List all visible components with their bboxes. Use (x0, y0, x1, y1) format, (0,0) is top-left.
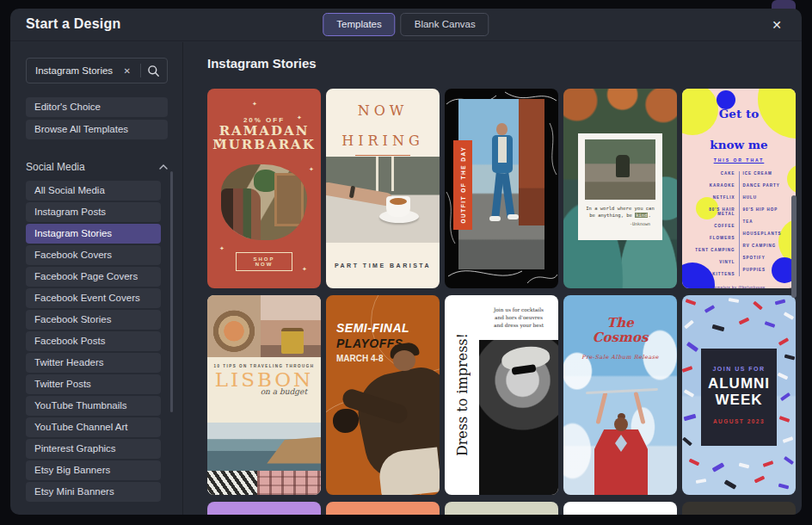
title-band: 10 TIPS ON TRAVELING THROUGH LISBON on a… (207, 357, 321, 423)
card-subtitle: THIS OR THAT (682, 158, 796, 163)
template-credit: Template by @befunkyapp (682, 285, 796, 288)
figure-head-art (614, 417, 628, 431)
sidebar-item-pinterest-graphics[interactable]: Pinterest Graphics (26, 439, 161, 459)
template-card-partial[interactable] (445, 502, 558, 515)
sidebar-item-browse-all-templates[interactable]: Browse All Templates (26, 120, 168, 139)
clothes-rack-art (221, 188, 261, 240)
sidebar-item-facebook-covers[interactable]: Facebook Covers (26, 245, 161, 265)
sparkle-icon: ✦ (218, 137, 223, 144)
template-card-lisbon-travel[interactable]: 10 TIPS ON TRAVELING THROUGH LISBON on a… (207, 295, 321, 495)
page-title: Instagram Stories (207, 56, 317, 71)
tab-blank-canvas[interactable]: Blank Canvas (401, 13, 489, 36)
flute-art (586, 388, 658, 394)
search-input[interactable] (35, 65, 120, 76)
sidebar-scrollbar[interactable] (170, 171, 173, 412)
sidebar-item-youtube-thumbnails[interactable]: YouTube Thumbnails (26, 396, 161, 416)
sidebar-item-all-social-media[interactable]: All Social Media (26, 181, 161, 201)
template-card-partial[interactable] (326, 502, 440, 515)
mosaic-pavement-art (207, 471, 257, 495)
tram-art (281, 328, 304, 354)
card-title-line1: Get to (682, 108, 796, 120)
center-panel: JOIN US FOR ALUMNI WEEK AUGUST 2023 (701, 349, 777, 446)
card-subtitle: Pre-Sale Album Release (563, 354, 677, 361)
template-card-partial[interactable] (563, 502, 677, 515)
template-card-now-hiring[interactable]: NOW HIRING PART TIME BARISTA (326, 89, 440, 288)
sidebar-item-etsy-big-banners[interactable]: Etsy Big Banners (26, 460, 161, 480)
content-scrollbar[interactable] (791, 195, 797, 298)
coast-photo-art (207, 423, 321, 471)
vertical-label: OUTFIT OF THE DAY (453, 140, 472, 230)
sidebar-item-facebook-page-covers[interactable]: Facebook Page Covers (26, 267, 161, 287)
sidebar-item-twitter-headers[interactable]: Twitter Headers (26, 353, 161, 373)
arm-art (633, 392, 645, 424)
dome-photo-art (207, 295, 261, 357)
template-card-alumni-week[interactable]: JOIN US FOR ALUMNI WEEK AUGUST 2023 (682, 295, 796, 495)
list-right-column: ICE CREAMDANCE PARTY HULU90'S HIP HOP TE… (743, 171, 788, 276)
close-icon[interactable]: ✕ (767, 15, 786, 34)
section-label: Social Media (26, 161, 85, 173)
sparkle-icon: ✦ (309, 166, 314, 173)
pink-facade-art (257, 471, 321, 495)
clear-icon[interactable]: ✕ (120, 66, 134, 76)
template-card-dress-to-impress[interactable]: Join us for cocktails and hors d'oeuvres… (445, 295, 558, 495)
polaroid-frame: In a world where you can be anything, be… (578, 133, 662, 240)
sidebar-item-etsy-mini-banners[interactable]: Etsy Mini Banners (26, 482, 161, 502)
sidebar-item-facebook-posts[interactable]: Facebook Posts (26, 331, 161, 351)
sidebar: ✕ Editor's Choice Browse All Templates S… (10, 42, 183, 515)
modal-header: Start a Design Templates Blank Canvas ✕ (10, 9, 802, 41)
template-card-be-kind-quote[interactable]: In a world where you can be anything, be… (563, 89, 677, 288)
search-box[interactable]: ✕ (26, 58, 168, 83)
vertical-title: Dress to impress! (445, 295, 479, 495)
card-photo-blob (221, 164, 307, 240)
search-icon[interactable] (147, 65, 160, 77)
mirror-art (274, 173, 304, 226)
card-label-text: OUTFIT OF THE DAY (460, 146, 466, 224)
hiker-art (616, 155, 630, 177)
card-title-line2: HIRING (326, 133, 440, 149)
card-footer-text: PART TIME BARISTA (326, 243, 440, 288)
sidebar-section-social-media[interactable]: Social Media (26, 157, 168, 177)
shop-now-label: SHOP NOW (236, 252, 292, 271)
template-card-outfit-of-the-day[interactable]: OUTFIT OF THE DAY (445, 89, 558, 288)
tab-templates[interactable]: Templates (323, 13, 395, 36)
card-title-line2: Cosmos (563, 330, 677, 345)
sparkle-icon: ✦ (252, 101, 257, 108)
sidebar-item-facebook-event-covers[interactable]: Facebook Event Covers (26, 288, 161, 308)
brick-building-art (519, 99, 544, 225)
sidebar-item-instagram-stories[interactable]: Instagram Stories (26, 224, 161, 244)
sidebar-item-facebook-stories[interactable]: Facebook Stories (26, 310, 161, 330)
list-left-column: CAKEKARAOKE NETFLIX80'S HAIR METAL COFFE… (691, 171, 735, 276)
card-title-line2: know me (682, 139, 796, 151)
card-title-line1: The (563, 316, 677, 330)
card-title-text: Dress to impress! (454, 333, 471, 456)
quote-attribution: -Unknown (585, 221, 655, 226)
card-blurb: Join us for cocktails and hors d'oeuvres… (479, 295, 558, 340)
card-kicker: JOIN US FOR (712, 366, 765, 372)
sparkle-icon: ✦ (302, 266, 307, 273)
hoodie-string-art (391, 157, 394, 191)
hiking-photo-art (585, 139, 655, 200)
photo-collage-top (207, 295, 321, 357)
card-title-line1: NOW (326, 102, 440, 119)
sidebar-item-youtube-channel-art[interactable]: YouTube Channel Art (26, 417, 161, 437)
card-title-line1: SEMI-FINAL (336, 321, 409, 335)
coffee-photo-art (326, 157, 440, 243)
tab-group: Templates Blank Canvas (323, 13, 489, 36)
template-card-ramadan-sale[interactable]: ✦ ✦ ✦ ✦ ✦ ✦ 20% OFF RAMADAN MURBARAK SHO… (207, 89, 321, 288)
sidebar-item-list: All Social Media Instagram Posts Instagr… (26, 181, 182, 502)
template-grid: ✦ ✦ ✦ ✦ ✦ ✦ 20% OFF RAMADAN MURBARAK SHO… (207, 89, 796, 515)
sidebar-item-twitter-posts[interactable]: Twitter Posts (26, 374, 161, 394)
template-card-partial[interactable] (207, 502, 321, 515)
template-card-get-to-know-me[interactable]: Get to know me THIS OR THAT CAKEKARAOKE … (682, 89, 796, 288)
template-card-playoffs[interactable]: SEMI-FINAL PLAYOFFS MARCH 4-8 (326, 295, 440, 495)
figure-head-art (496, 123, 508, 135)
template-card-the-cosmos[interactable]: The Cosmos Pre-Sale Album Release (563, 295, 677, 495)
sidebar-item-editors-choice[interactable]: Editor's Choice (26, 97, 168, 117)
template-card-partial[interactable] (682, 502, 796, 515)
figure-leg-art (501, 173, 514, 219)
sidebar-item-instagram-posts[interactable]: Instagram Posts (26, 202, 161, 222)
hoodie-string-art (376, 157, 378, 191)
quote-line1: In a world where you can (586, 206, 654, 211)
sparkle-icon: ✦ (297, 114, 302, 121)
divider-line (355, 155, 410, 156)
